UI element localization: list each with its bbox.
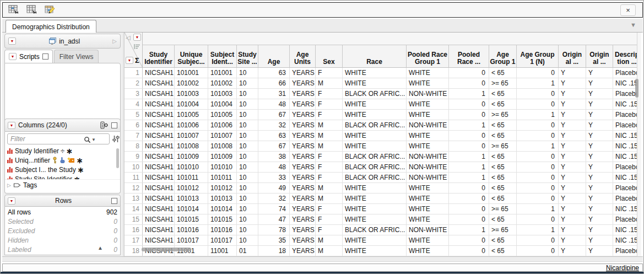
filter-options-button[interactable] xyxy=(112,133,120,144)
table-cell[interactable]: 101001 xyxy=(175,68,208,78)
table-cell[interactable]: Y xyxy=(559,183,586,193)
table-cell[interactable]: 10 xyxy=(237,141,258,151)
table-cell[interactable]: 32 xyxy=(258,120,290,130)
table-cell[interactable]: 101003 xyxy=(175,89,208,99)
table-cell[interactable]: 0 xyxy=(517,131,559,141)
table-cell[interactable]: 10 xyxy=(237,78,258,88)
table-cell[interactable]: Y xyxy=(586,194,613,203)
table-cell[interactable]: 10 xyxy=(237,131,258,141)
table-cell[interactable]: YEARS xyxy=(290,78,316,88)
table-cell[interactable]: 0 xyxy=(449,141,489,151)
table-cell[interactable]: YEARS xyxy=(290,173,316,182)
column-header[interactable]: Origin al ... xyxy=(559,45,586,68)
data-table-view-icon[interactable] xyxy=(7,4,21,16)
table-cell[interactable]: 101013 xyxy=(175,194,208,203)
table-cell[interactable]: YEARS xyxy=(290,162,316,172)
table-cell[interactable]: YEARS xyxy=(290,99,316,109)
table-cell[interactable]: NICSAH1 xyxy=(143,110,175,120)
table-cell[interactable]: 101004 xyxy=(208,99,237,109)
table-cell[interactable]: WHITE xyxy=(407,78,449,88)
table-cell[interactable]: 0 xyxy=(449,131,489,141)
scripts-checkbox[interactable] xyxy=(42,53,48,60)
red-triangle-menu-icon[interactable]: ▼ xyxy=(8,37,16,45)
table-cell[interactable]: Y xyxy=(586,78,613,88)
table-cell[interactable]: YEARS xyxy=(290,152,316,162)
table-cell[interactable]: 101009 xyxy=(175,152,208,162)
table-cell[interactable]: Y xyxy=(559,246,586,256)
table-cell[interactable]: >= 65 xyxy=(489,78,517,88)
row-number[interactable]: 8 xyxy=(125,141,143,151)
table-cell[interactable]: 101010 xyxy=(208,162,237,172)
row-number[interactable]: 2 xyxy=(125,78,143,88)
table-cell[interactable]: 11001 xyxy=(208,246,237,256)
table-cell[interactable]: 1 xyxy=(449,162,489,172)
table-cell[interactable]: 10 xyxy=(237,235,258,245)
table-cell[interactable]: 101008 xyxy=(175,141,208,151)
table-cell[interactable]: 101006 xyxy=(175,120,208,130)
table-cell[interactable]: YEARS xyxy=(290,89,316,99)
table-cell[interactable]: BLACK OR AFRIC... xyxy=(343,120,407,130)
table-cell[interactable]: NICSAH1 xyxy=(143,214,175,224)
table-cell[interactable]: 101002 xyxy=(208,78,237,88)
table-cell[interactable]: M xyxy=(316,183,343,193)
table-cell[interactable]: 101014 xyxy=(175,204,208,214)
table-cell[interactable]: WHITE xyxy=(343,204,407,214)
table-cell[interactable]: 0 xyxy=(449,194,489,203)
table-cell[interactable]: Y xyxy=(559,110,586,120)
rows-checkbox[interactable] xyxy=(111,198,117,204)
table-cell[interactable]: 31 xyxy=(258,89,290,99)
tab-filter-views[interactable]: Filter Views xyxy=(54,50,99,63)
edit-table-icon[interactable] xyxy=(43,4,57,16)
table-cell[interactable]: 1 xyxy=(517,78,559,88)
table-cell[interactable]: 101012 xyxy=(208,183,237,193)
table-cell[interactable]: YEARS xyxy=(290,194,316,203)
tab-demographics-distribution[interactable]: Demographics Distribution xyxy=(6,20,96,33)
table-cell[interactable]: 48 xyxy=(258,162,290,172)
table-cell[interactable]: Y xyxy=(559,152,586,162)
column-header[interactable]: Pooled Race ... xyxy=(449,45,489,68)
table-cell[interactable]: 101007 xyxy=(208,131,237,141)
table-cell[interactable]: < 65 xyxy=(489,99,517,109)
table-cell[interactable]: NICSAH1 xyxy=(143,204,175,214)
table-cell[interactable]: Y xyxy=(559,68,586,78)
table-cell[interactable]: Y xyxy=(559,78,586,88)
table-cell[interactable]: 0 xyxy=(517,99,559,109)
column-header[interactable]: Sex xyxy=(316,45,343,68)
table-cell[interactable]: 101015 xyxy=(175,214,208,224)
table-cell[interactable]: 10 xyxy=(237,225,258,235)
table-cell[interactable]: 49 xyxy=(258,183,290,193)
row-number[interactable]: 13 xyxy=(125,194,143,203)
row-stat[interactable]: Selected0 xyxy=(5,217,120,226)
table-cell[interactable]: NON-WHITE xyxy=(407,225,449,235)
table-cell[interactable]: >= 65 xyxy=(489,204,517,214)
horizontal-scrollbar-gutter[interactable] xyxy=(2,256,643,262)
table-cell[interactable]: YEARS xyxy=(290,204,316,214)
table-cell[interactable]: WHITE xyxy=(343,235,407,245)
table-cell[interactable]: NICSAH1 xyxy=(143,225,175,235)
row-number[interactable]: 9 xyxy=(125,152,143,162)
table-cell[interactable]: M xyxy=(316,246,343,256)
table-cell[interactable]: 101006 xyxy=(208,120,237,130)
table-cell[interactable]: Y xyxy=(559,120,586,130)
row-number[interactable]: 3 xyxy=(125,89,143,99)
red-triangle-menu-icon[interactable]: ▼ xyxy=(9,53,17,60)
table-cell[interactable]: Y xyxy=(586,141,613,151)
table-cell[interactable]: Y xyxy=(559,99,586,109)
table-cell[interactable]: Y xyxy=(586,131,613,141)
table-cell[interactable]: YEARS xyxy=(290,225,316,235)
table-cell[interactable]: YEARS xyxy=(290,235,316,245)
table-cell[interactable]: NICSAH1 xyxy=(143,183,175,193)
table-cell[interactable]: 10 xyxy=(237,214,258,224)
table-cell[interactable]: WHITE xyxy=(407,131,449,141)
table-cell[interactable]: WHITE xyxy=(407,99,449,109)
collapse-left-icon[interactable]: ◁ xyxy=(126,34,130,41)
table-cell[interactable]: 0 xyxy=(517,173,559,182)
expand-arrow-icon[interactable]: ▷ xyxy=(7,182,11,188)
table-cell[interactable]: 10 xyxy=(237,68,258,78)
table-cell[interactable]: 18 xyxy=(258,246,290,256)
table-cell[interactable]: M xyxy=(316,78,343,88)
table-cell[interactable]: NICSAH1 xyxy=(143,78,175,88)
table-cell[interactable]: >= 65 xyxy=(489,225,517,235)
table-cell[interactable]: 101012 xyxy=(175,183,208,193)
table-cell[interactable]: 10 xyxy=(237,204,258,214)
